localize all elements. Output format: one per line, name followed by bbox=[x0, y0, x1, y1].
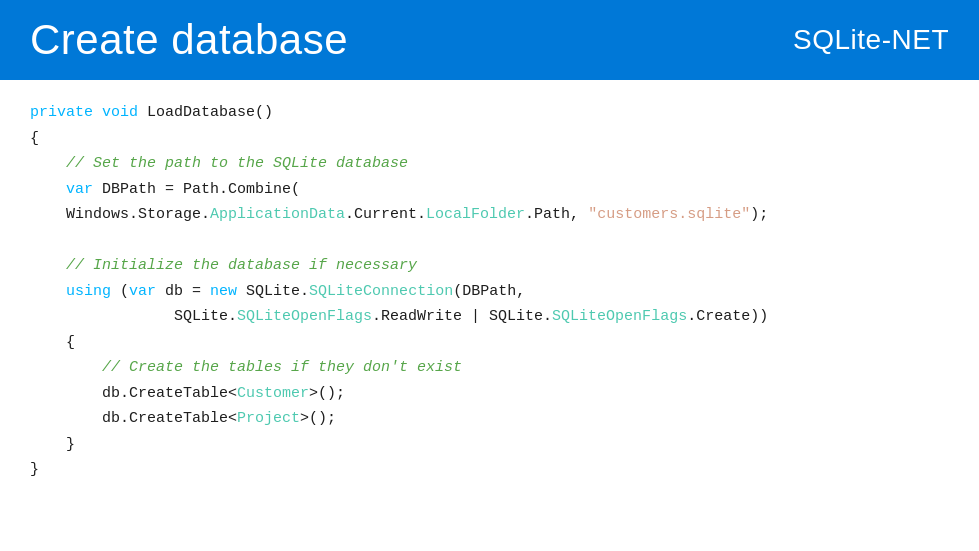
code-line-6 bbox=[30, 228, 949, 254]
header: Create database SQLite-NET bbox=[0, 0, 979, 80]
code-line-12: db.CreateTable<Customer>(); bbox=[30, 381, 949, 407]
code-line-9: SQLite.SQLiteOpenFlags.ReadWrite | SQLit… bbox=[30, 304, 949, 330]
code-line-3: // Set the path to the SQLite database bbox=[30, 151, 949, 177]
code-line-11: // Create the tables if they don't exist bbox=[30, 355, 949, 381]
code-line-5: Windows.Storage.ApplicationData.Current.… bbox=[30, 202, 949, 228]
code-line-10: { bbox=[30, 330, 949, 356]
code-line-2: { bbox=[30, 126, 949, 152]
code-line-8: using (var db = new SQLite.SQLiteConnect… bbox=[30, 279, 949, 305]
code-line-15: } bbox=[30, 457, 949, 483]
code-line-1: private void LoadDatabase() bbox=[30, 100, 949, 126]
code-line-13: db.CreateTable<Project>(); bbox=[30, 406, 949, 432]
code-line-7: // Initialize the database if necessary bbox=[30, 253, 949, 279]
code-line-14: } bbox=[30, 432, 949, 458]
code-line-4: var DBPath = Path.Combine( bbox=[30, 177, 949, 203]
brand-label: SQLite-NET bbox=[793, 24, 949, 56]
page-title: Create database bbox=[30, 16, 348, 64]
code-block: private void LoadDatabase() { // Set the… bbox=[0, 80, 979, 503]
